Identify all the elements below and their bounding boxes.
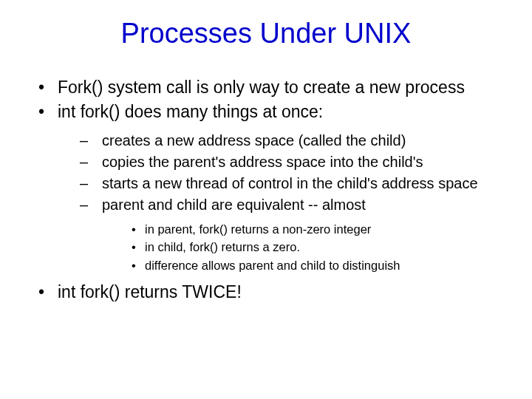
- bullet-text: int fork() does many things at once:: [58, 102, 323, 121]
- bullet-item: int fork() does many things at once: cre…: [38, 100, 508, 273]
- bullet-item: starts a new thread of control in the ch…: [80, 174, 508, 194]
- bullet-item: in child, fork() returns a zero.: [132, 239, 508, 255]
- slide: Processes Under UNIX Fork() system call …: [0, 0, 532, 399]
- bullet-item: in parent, fork() returns a non-zero int…: [132, 221, 508, 237]
- bullet-list-level2: creates a new address space (called the …: [58, 131, 508, 273]
- bullet-item: creates a new address space (called the …: [80, 131, 508, 151]
- bullet-list-level1: Fork() system call is only way to create…: [24, 76, 508, 304]
- bullet-item: copies the parent's address space into t…: [80, 152, 508, 172]
- bullet-list-level3: in parent, fork() returns a non-zero int…: [102, 221, 508, 273]
- bullet-text: parent and child are equivalent -- almos…: [102, 197, 366, 213]
- bullet-item: int fork() returns TWICE!: [38, 281, 508, 304]
- bullet-item: Fork() system call is only way to create…: [38, 76, 508, 99]
- bullet-item: parent and child are equivalent -- almos…: [80, 195, 508, 273]
- slide-title: Processes Under UNIX: [24, 18, 508, 50]
- bullet-item: difference allows parent and child to di…: [132, 257, 508, 273]
